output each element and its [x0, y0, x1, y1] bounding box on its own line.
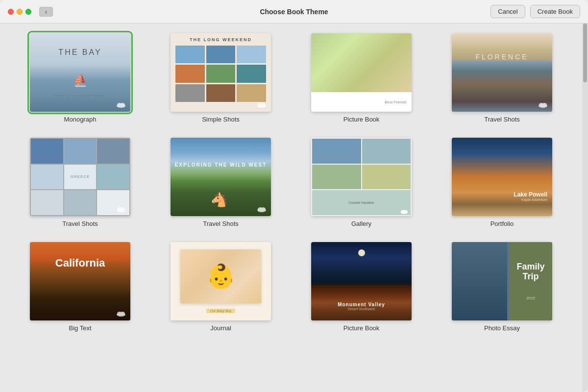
svg-point-5: [261, 103, 266, 107]
svg-point-17: [403, 210, 407, 214]
greece-photo: [97, 139, 129, 164]
photo-cell: [206, 65, 236, 82]
theme-preview-gallery[interactable]: Coastal Vacation: [311, 138, 412, 216]
theme-preview-simple-shots[interactable]: THE LONG WEEKEND: [171, 33, 271, 112]
theme-label-journal: Journal: [210, 324, 231, 332]
greece-photo: [31, 139, 63, 164]
theme-label-photo-essay: Photo Essay: [484, 324, 520, 332]
theme-item-big-text[interactable]: California Big Text: [15, 242, 146, 332]
theme-preview-monograph[interactable]: THE BAY ⛵ Some Fun Around the Waters: [30, 33, 130, 112]
gallery-photo: [362, 139, 411, 164]
cloud-icon: [538, 101, 548, 108]
journal-caption-text: Our Baby Boy: [206, 309, 236, 313]
theme-label-monograph: Monograph: [64, 116, 97, 123]
monument-title: Monument Valley: [311, 302, 412, 307]
cloud-icon: [256, 205, 267, 212]
scrollbar-thumb[interactable]: [583, 24, 587, 82]
maximize-button[interactable]: [25, 9, 31, 15]
monument-moon: [358, 249, 365, 256]
photo-cell: [206, 84, 236, 102]
theme-label-florence: Travel Shots: [484, 116, 520, 123]
monument-subtitle: Desert Southwest: [311, 307, 412, 311]
monograph-boat-icon: ⛵: [73, 74, 88, 87]
theme-item-picture-book-1[interactable]: Best Friends Picture Book: [296, 33, 427, 123]
create-book-button[interactable]: Create Book: [530, 5, 580, 18]
theme-item-greece[interactable]: GREECE Travel Shots: [15, 138, 146, 227]
theme-label-big-text: Big Text: [69, 324, 91, 332]
theme-item-portfolio[interactable]: Lake Powell Kayak Adventure Portfolio: [437, 138, 567, 227]
greece-photo: [31, 165, 63, 190]
scrollbar[interactable]: [582, 24, 588, 392]
theme-preview-portfolio[interactable]: Lake Powell Kayak Adventure: [452, 138, 552, 216]
window-title: Choose Book Theme: [260, 8, 328, 16]
picture-book-caption: Best Friends: [385, 100, 407, 104]
family-trip-year: 2015: [513, 296, 548, 300]
theme-label-monument: Picture Book: [343, 324, 380, 332]
cloud-icon: [116, 101, 126, 108]
theme-item-gallery[interactable]: Coastal Vacation Gallery: [296, 138, 427, 227]
titlebar: ‹ Choose Book Theme Cancel Create Book: [0, 0, 588, 24]
gallery-bottom: Coastal Vacation: [312, 190, 411, 215]
theme-preview-picture-book-1[interactable]: Best Friends: [311, 33, 412, 112]
theme-preview-family[interactable]: 👧 Family Trip 2015: [452, 242, 552, 320]
theme-item-monograph[interactable]: THE BAY ⛵ Some Fun Around the Waters Mon…: [15, 33, 146, 123]
greece-photo: [64, 190, 97, 215]
theme-grid-area: THE BAY ⛵ Some Fun Around the Waters Mon…: [0, 24, 582, 392]
theme-item-wildwest[interactable]: EXPLORING THE WILD WEST 🐴 Travel Shots: [155, 138, 286, 227]
monograph-subtitle: Some Fun Around the Waters: [30, 94, 130, 97]
theme-label-portfolio: Portfolio: [490, 220, 514, 227]
back-button[interactable]: ‹: [39, 7, 53, 17]
theme-item-simple-shots[interactable]: THE LONG WEEKEND: [155, 33, 286, 123]
family-trip-title: Family Trip: [513, 262, 548, 282]
theme-item-monument[interactable]: Monument Valley Desert Southwest Picture…: [296, 242, 427, 332]
theme-preview-wildwest[interactable]: EXPLORING THE WILD WEST 🐴: [171, 138, 271, 216]
greece-photo: [64, 139, 97, 164]
theme-item-florence[interactable]: FLORENCE Travel Shots: [437, 33, 567, 123]
family-trip-title-block: Family Trip 2015: [513, 262, 548, 301]
cloud-icon: [256, 101, 267, 108]
theme-label-picture-book-1: Picture Book: [343, 116, 380, 123]
gallery-photo: [362, 165, 411, 190]
journal-photo: 👶: [180, 249, 261, 303]
monument-caption: Monument Valley Desert Southwest: [311, 302, 412, 311]
journal-caption: Our Baby Boy: [171, 309, 271, 313]
theme-label-wildwest: Travel Shots: [203, 220, 239, 227]
family-photo-left: 👧: [452, 242, 507, 320]
theme-item-photo-essay[interactable]: 👧 Family Trip 2015 Photo Essay: [437, 242, 567, 332]
svg-point-11: [120, 207, 125, 211]
theme-grid: THE BAY ⛵ Some Fun Around the Waters Mon…: [15, 33, 567, 342]
photo-cell: [175, 46, 205, 63]
close-button[interactable]: [8, 9, 14, 15]
cancel-button[interactable]: Cancel: [490, 5, 525, 18]
monograph-title: THE BAY: [30, 48, 130, 57]
theme-preview-florence[interactable]: FLORENCE: [452, 33, 552, 112]
titlebar-actions: Cancel Create Book: [490, 5, 580, 18]
photo-cell: [237, 84, 266, 102]
gallery-photo: [312, 139, 361, 164]
portfolio-title-text: Lake Powell: [514, 191, 547, 198]
family-right-panel: Family Trip 2015: [509, 242, 552, 320]
wildwest-title: EXPLORING THE WILD WEST: [171, 162, 271, 168]
picture-book-caption-bar: Best Friends: [311, 92, 412, 112]
theme-label-greece: Travel Shots: [62, 220, 98, 227]
gallery-caption: Coastal Vacation: [348, 201, 374, 204]
theme-preview-journal[interactable]: 👶 Our Baby Boy: [171, 242, 271, 320]
theme-preview-monument[interactable]: Monument Valley Desert Southwest: [311, 242, 412, 320]
portfolio-title-block: Lake Powell Kayak Adventure: [514, 191, 547, 201]
theme-preview-california[interactable]: California: [30, 242, 130, 320]
photo-cell: [237, 65, 266, 82]
minimize-button[interactable]: [17, 9, 23, 15]
cloud-icon: [400, 208, 409, 214]
theme-preview-greece[interactable]: GREECE: [30, 138, 130, 216]
gallery-photo: [312, 165, 361, 190]
california-title: California: [30, 257, 130, 270]
titlebar-controls: ‹: [8, 7, 53, 17]
traffic-lights: [8, 9, 31, 15]
greece-photo: [97, 165, 129, 190]
photo-cell: [206, 46, 236, 63]
svg-point-8: [542, 103, 547, 107]
theme-label-simple-shots: Simple Shots: [202, 116, 240, 123]
theme-item-journal[interactable]: 👶 Our Baby Boy Journal: [155, 242, 286, 332]
simple-shots-title: THE LONG WEEKEND: [171, 37, 271, 42]
florence-title: FLORENCE: [452, 53, 552, 61]
